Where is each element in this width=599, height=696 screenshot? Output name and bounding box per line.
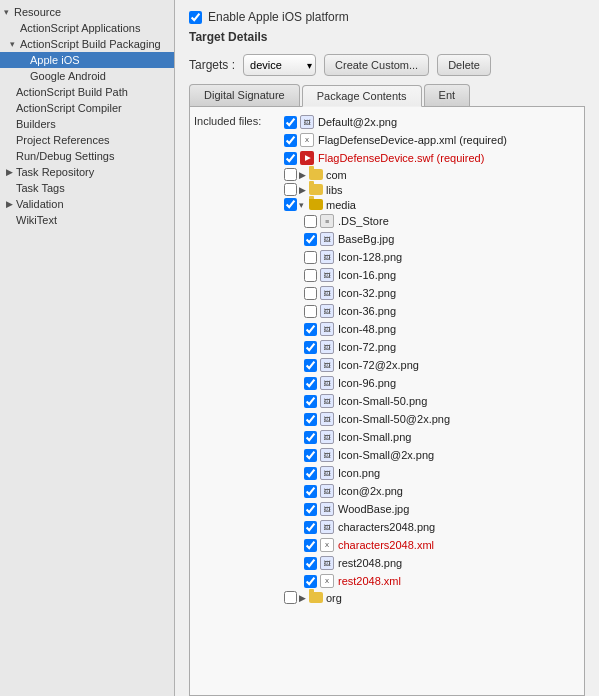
sidebar-item-google-android[interactable]: Google Android (0, 68, 174, 84)
list-item: 🖼 Icon-Small-50@2x.png (284, 410, 580, 428)
file-checkbox[interactable] (304, 251, 317, 264)
create-custom-button[interactable]: Create Custom... (324, 54, 429, 76)
target-select-wrapper[interactable]: device simulator (243, 54, 316, 76)
tabs-bar: Digital Signature Package Contents Ent (189, 84, 585, 107)
file-checkbox[interactable] (284, 168, 297, 181)
file-checkbox[interactable] (284, 183, 297, 196)
sidebar-item-actionscript-applications[interactable]: ActionScript Applications (0, 20, 174, 36)
file-checkbox[interactable] (284, 152, 297, 165)
file-name: Icon-Small@2x.png (338, 449, 434, 461)
list-item: 🖼 Icon-Small@2x.png (284, 446, 580, 464)
file-type-icon: 🖼 (319, 447, 335, 463)
file-checkbox[interactable] (304, 449, 317, 462)
list-item: 🖼 Icon-72.png (284, 338, 580, 356)
tab-package-contents[interactable]: Package Contents (302, 85, 422, 107)
file-name: org (326, 592, 342, 604)
file-type-icon: 🖼 (319, 375, 335, 391)
list-item: 🖼 Icon-96.png (284, 374, 580, 392)
file-checkbox[interactable] (304, 305, 317, 318)
file-checkbox[interactable] (304, 233, 317, 246)
list-item: X characters2048.xml (284, 536, 580, 554)
list-item: ▾ media (284, 197, 580, 212)
file-checkbox[interactable] (304, 539, 317, 552)
folder-toggle-icon[interactable]: ▶ (299, 185, 309, 195)
folder-toggle-icon[interactable]: ▾ (299, 200, 309, 210)
file-checkbox[interactable] (304, 323, 317, 336)
file-checkbox[interactable] (304, 377, 317, 390)
sidebar-item-compiler[interactable]: ActionScript Compiler (0, 100, 174, 116)
tab-ent[interactable]: Ent (424, 84, 471, 106)
sidebar-item-build-path[interactable]: ActionScript Build Path (0, 84, 174, 100)
file-checkbox[interactable] (304, 521, 317, 534)
sidebar-group-task-repository[interactable]: ▶ Task Repository (0, 164, 174, 180)
enable-platform-row: Enable Apple iOS platform (175, 0, 599, 30)
list-item: X rest2048.xml (284, 572, 580, 590)
list-item: 🖼 Icon-Small.png (284, 428, 580, 446)
folder-toggle-icon[interactable]: ▶ (299, 170, 309, 180)
list-item: 🖼 rest2048.png (284, 554, 580, 572)
file-name: libs (326, 184, 343, 196)
file-name: Icon-32.png (338, 287, 396, 299)
file-checkbox[interactable] (304, 575, 317, 588)
file-name: Icon-36.png (338, 305, 396, 317)
sidebar-item-wikitext[interactable]: WikiText (0, 212, 174, 228)
file-checkbox[interactable] (304, 467, 317, 480)
file-type-icon: 🖼 (319, 393, 335, 409)
delete-button[interactable]: Delete (437, 54, 491, 76)
file-name: rest2048.png (338, 557, 402, 569)
file-name: Default@2x.png (318, 116, 397, 128)
sidebar-item-apple-ios[interactable]: Apple iOS (0, 52, 174, 68)
triangle-task-repository: ▶ (6, 167, 16, 177)
folder-icon (309, 169, 323, 180)
sidebar-item-task-tags[interactable]: Task Tags (0, 180, 174, 196)
sidebar-item-run-debug[interactable]: Run/Debug Settings (0, 148, 174, 164)
sidebar-item-builders[interactable]: Builders (0, 116, 174, 132)
file-type-icon: 🖼 (319, 357, 335, 373)
enable-platform-label[interactable]: Enable Apple iOS platform (189, 10, 349, 24)
list-item: 🖼 Icon-Small-50.png (284, 392, 580, 410)
file-type-icon: ▶ (299, 150, 315, 166)
swf-icon: ▶ (300, 151, 314, 165)
sidebar-group-resource[interactable]: ▾ Resource (0, 4, 174, 20)
file-checkbox[interactable] (304, 359, 317, 372)
file-name: Icon-72.png (338, 341, 396, 353)
sidebar-group-validation[interactable]: ▶ Validation (0, 196, 174, 212)
file-checkbox[interactable] (304, 341, 317, 354)
enable-platform-checkbox[interactable] (189, 11, 202, 24)
file-name: Icon-Small-50@2x.png (338, 413, 450, 425)
file-checkbox[interactable] (304, 431, 317, 444)
file-checkbox[interactable] (304, 287, 317, 300)
target-select[interactable]: device simulator (243, 54, 316, 76)
sidebar-group-build-packaging[interactable]: ▾ ActionScript Build Packaging (0, 36, 174, 52)
folder-icon (309, 592, 323, 603)
file-checkbox[interactable] (304, 269, 317, 282)
file-checkbox[interactable] (304, 413, 317, 426)
file-name: WoodBase.jpg (338, 503, 409, 515)
file-tree: 🖼 Default@2x.png X FlagDefenseDevice-app… (284, 113, 580, 605)
file-type-icon: 🖼 (319, 519, 335, 535)
triangle-validation: ▶ (6, 199, 16, 209)
file-checkbox[interactable] (284, 591, 297, 604)
file-type-icon: 🖼 (319, 555, 335, 571)
file-name: media (326, 199, 356, 211)
sidebar-item-project-references[interactable]: Project References (0, 132, 174, 148)
list-item: 🖼 Default@2x.png (284, 113, 580, 131)
file-type-icon: ≡ (319, 213, 335, 229)
list-item: 🖼 Icon-72@2x.png (284, 356, 580, 374)
file-checkbox[interactable] (284, 134, 297, 147)
file-checkbox[interactable] (304, 557, 317, 570)
file-name: BaseBg.jpg (338, 233, 394, 245)
file-checkbox[interactable] (304, 503, 317, 516)
list-item: 🖼 characters2048.png (284, 518, 580, 536)
folder-toggle-icon[interactable]: ▶ (299, 593, 309, 603)
file-checkbox[interactable] (284, 198, 297, 211)
file-checkbox[interactable] (304, 395, 317, 408)
file-checkbox[interactable] (284, 116, 297, 129)
file-type-icon: X (319, 537, 335, 553)
tab-digital-signature[interactable]: Digital Signature (189, 84, 300, 106)
file-checkbox[interactable] (304, 485, 317, 498)
included-files-label: Included files: (194, 113, 284, 127)
xml-icon: X (320, 538, 334, 552)
file-checkbox[interactable] (304, 215, 317, 228)
list-item: 🖼 BaseBg.jpg (284, 230, 580, 248)
